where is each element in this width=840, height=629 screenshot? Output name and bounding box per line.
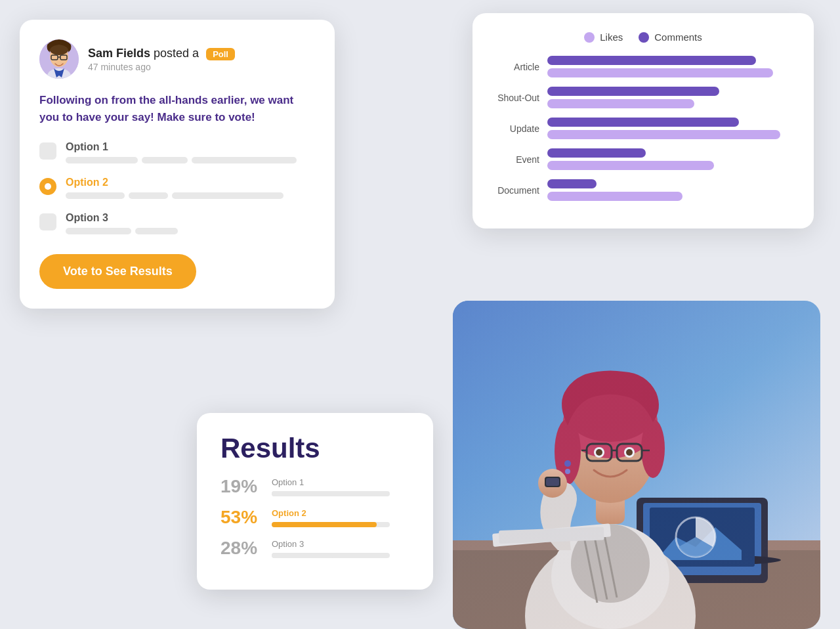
- result-row-2: 53% Option 2: [220, 508, 410, 527]
- option-3-lines: [66, 228, 178, 234]
- poll-user-name: Sam Fields posted a Poll: [88, 47, 235, 60]
- legend-comments: Comments: [639, 32, 702, 43]
- poll-question: Following on from the all-hands earlier,…: [39, 92, 315, 125]
- chart-label-shoutout: Shout-Out: [494, 93, 539, 103]
- result-percent-1: 19%: [220, 477, 262, 496]
- result-bar-fill-1: [272, 491, 318, 496]
- result-bar-fill-3: [272, 553, 334, 558]
- photo-overlay: [453, 301, 820, 629]
- legend-likes-dot: [584, 32, 595, 43]
- results-card: Results 19% Option 1 53% Option 2 28% Op…: [197, 413, 433, 590]
- update-comments-bar: [547, 130, 780, 139]
- option-1-radio[interactable]: [39, 142, 56, 160]
- update-likes-bar: [547, 118, 739, 127]
- chart-label-document: Document: [494, 185, 539, 196]
- result-percent-2: 53%: [220, 508, 262, 527]
- chart-label-event: Event: [494, 154, 539, 165]
- result-percent-3: 28%: [220, 539, 262, 557]
- option-1-label: Option 1: [66, 141, 297, 153]
- result-option-name-3: Option 3: [272, 539, 390, 549]
- document-likes-bar: [547, 179, 597, 188]
- chart-card: Likes Comments Article Shout-Out Update …: [472, 13, 814, 228]
- results-title: Results: [220, 433, 410, 464]
- result-option-name-1: Option 1: [272, 477, 390, 487]
- option-3-radio[interactable]: [39, 213, 56, 230]
- poll-option-3[interactable]: Option 3: [39, 212, 315, 234]
- result-option-name-2: Option 2: [272, 508, 390, 518]
- chart-row-document: Document: [494, 179, 793, 201]
- event-likes-bar: [547, 148, 646, 158]
- poll-header-text: Sam Fields posted a Poll 47 minutes ago: [88, 47, 235, 72]
- option-2-label: Option 2: [66, 177, 284, 188]
- poll-header: Sam Fields posted a Poll 47 minutes ago: [39, 39, 315, 79]
- photo-container: [453, 301, 820, 629]
- chart-row-article: Article: [494, 56, 793, 77]
- poll-option-2[interactable]: Option 2: [39, 177, 315, 199]
- chart-legend: Likes Comments: [494, 32, 793, 43]
- user-avatar: [39, 39, 79, 79]
- legend-comments-dot: [639, 32, 649, 43]
- poll-time: 47 minutes ago: [88, 62, 235, 72]
- legend-likes-label: Likes: [600, 32, 623, 43]
- poll-card: Sam Fields posted a Poll 47 minutes ago …: [20, 20, 335, 309]
- event-comments-bar: [547, 161, 714, 170]
- chart-label-update: Update: [494, 123, 539, 134]
- result-row-3: 28% Option 3: [220, 539, 410, 558]
- chart-row-update: Update: [494, 118, 793, 139]
- shoutout-likes-bar: [547, 87, 719, 96]
- poll-option-1[interactable]: Option 1: [39, 141, 315, 163]
- legend-comments-label: Comments: [654, 32, 702, 43]
- chart-row-shoutout: Shout-Out: [494, 87, 793, 108]
- article-comments-bar: [547, 68, 773, 77]
- shoutout-comments-bar: [547, 99, 694, 108]
- option-2-radio[interactable]: [39, 178, 56, 195]
- option-3-label: Option 3: [66, 212, 178, 224]
- legend-likes: Likes: [584, 32, 623, 43]
- article-likes-bar: [547, 56, 756, 65]
- chart-label-article: Article: [494, 62, 539, 72]
- chart-row-event: Event: [494, 148, 793, 170]
- option-1-lines: [66, 157, 297, 163]
- result-bar-fill-2: [272, 522, 377, 527]
- document-comments-bar: [547, 192, 682, 201]
- vote-button[interactable]: Vote to See Results: [39, 254, 196, 289]
- result-bar-bg-3: [272, 553, 390, 558]
- result-row-1: 19% Option 1: [220, 477, 410, 496]
- option-2-lines: [66, 192, 284, 199]
- result-bar-bg-2: [272, 522, 390, 527]
- result-bar-bg-1: [272, 491, 390, 496]
- poll-badge: Poll: [206, 48, 235, 60]
